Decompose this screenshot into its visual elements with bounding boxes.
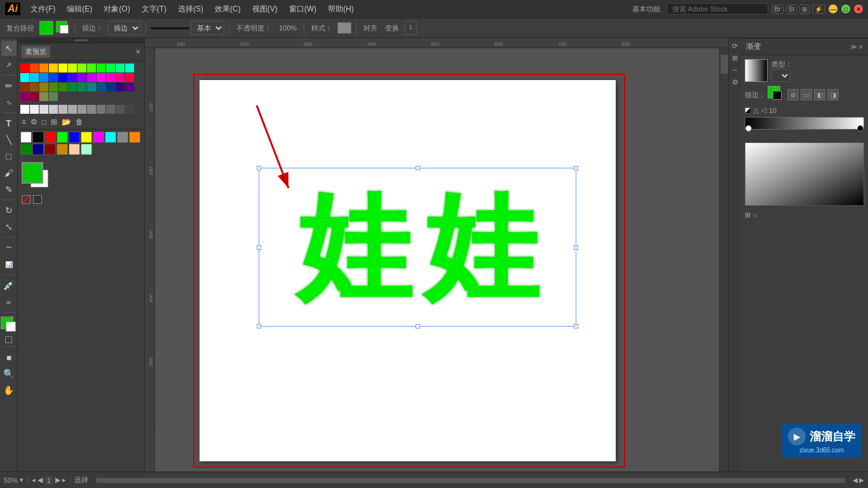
color-swatch[interactable] xyxy=(39,92,48,101)
slider-handle-left[interactable] xyxy=(745,125,752,132)
large-swatch[interactable] xyxy=(57,132,68,143)
color-swatch[interactable] xyxy=(39,83,48,92)
gradient-slider[interactable] xyxy=(745,117,864,130)
swatch-white[interactable] xyxy=(20,105,29,114)
prev-page2[interactable]: ◀ xyxy=(37,476,43,484)
color-swatch[interactable] xyxy=(106,83,115,92)
bridge-icon[interactable]: Br xyxy=(772,4,783,14)
menu-item-视图[interactable]: 视图(V) xyxy=(247,3,283,16)
line-tool[interactable]: ╲ xyxy=(1,132,17,147)
next-page[interactable]: ▶ xyxy=(55,476,60,484)
color-swatch[interactable] xyxy=(58,73,67,82)
color-swatch[interactable] xyxy=(116,83,125,92)
swatch-tool5[interactable]: 📂 xyxy=(60,117,72,127)
menu-item-选择[interactable]: 选择(S) xyxy=(173,3,208,16)
swatch-lightgray3[interactable] xyxy=(49,105,58,114)
color-swatch[interactable] xyxy=(30,83,39,92)
color-swatch[interactable] xyxy=(116,73,125,82)
panel-drag[interactable] xyxy=(18,38,144,43)
none-color[interactable] xyxy=(5,336,12,343)
swatch-darkgray2[interactable] xyxy=(116,105,125,114)
style-preview[interactable] xyxy=(337,22,351,34)
large-swatch[interactable] xyxy=(44,132,56,143)
stroke-type-select[interactable]: 基本 xyxy=(191,21,224,35)
select-tool[interactable]: ↖ xyxy=(1,41,17,56)
swatch-gray3[interactable] xyxy=(78,105,86,114)
menu-item-效果[interactable]: 效果(C) xyxy=(210,3,246,16)
vertical-scrollbar[interactable] xyxy=(719,48,728,471)
swatch-gray1[interactable] xyxy=(58,105,67,114)
swatch-tool1[interactable]: ≡ xyxy=(20,117,27,127)
scrollbar-thumb[interactable] xyxy=(721,55,728,74)
right-tool4[interactable]: ⚙ xyxy=(730,77,740,87)
column-graph-tool[interactable]: 📊 xyxy=(1,257,17,272)
gradient-menu[interactable]: ≡ xyxy=(859,43,863,50)
color-swatch[interactable] xyxy=(30,64,39,72)
color-swatch[interactable] xyxy=(39,64,48,72)
right-tool1[interactable]: ⟳ xyxy=(730,41,740,51)
menu-item-编辑[interactable]: 编辑(E) xyxy=(62,3,97,16)
warp-tool[interactable]: 〜 xyxy=(1,240,17,255)
large-swatch[interactable] xyxy=(57,144,68,155)
color-swatch[interactable] xyxy=(30,92,39,101)
left-arrow[interactable]: ◀ xyxy=(853,477,858,484)
right-tool2[interactable]: ⊞ xyxy=(730,53,740,63)
rect-tool[interactable]: □ xyxy=(1,149,17,164)
large-swatch[interactable] xyxy=(117,132,128,143)
panel-close[interactable]: ✕ xyxy=(135,48,140,55)
blend-tool[interactable]: ∞ xyxy=(1,294,17,309)
gradient-preview[interactable] xyxy=(745,59,768,82)
large-swatch[interactable] xyxy=(81,144,92,155)
color-swatch[interactable] xyxy=(39,73,48,82)
paintbrush-tool[interactable]: 🖌 xyxy=(1,165,17,180)
draw-mode[interactable]: ◼ xyxy=(1,349,17,365)
zoom-control[interactable]: 50% ▾ xyxy=(4,476,24,484)
stroke-btn4[interactable]: ◨ xyxy=(827,89,839,100)
color-swatch[interactable] xyxy=(49,64,58,72)
gradient-type-select[interactable] xyxy=(771,69,790,82)
next-page2[interactable]: ▸ xyxy=(62,476,66,484)
swatch-tool4[interactable]: ⊞ xyxy=(50,117,58,127)
color-swatch[interactable] xyxy=(58,83,67,92)
swatch-tool2[interactable]: ⚙ xyxy=(29,117,39,127)
zoom-tool[interactable]: 🔍 xyxy=(1,366,17,381)
color-swatch[interactable] xyxy=(20,73,29,82)
color-swatch[interactable] xyxy=(125,83,134,92)
search-input[interactable] xyxy=(667,3,768,15)
gradient-swatch-large[interactable] xyxy=(745,142,864,206)
large-swatch[interactable] xyxy=(69,132,80,143)
stroke-btn2[interactable]: ▭ xyxy=(801,89,812,100)
swatch-gray5[interactable] xyxy=(97,105,105,114)
grad-stroke-sq[interactable] xyxy=(773,91,782,100)
right-tool3[interactable]: ↔ xyxy=(730,65,740,75)
grad-icon2[interactable]: ○ xyxy=(753,212,757,219)
color-swatch[interactable] xyxy=(87,83,96,92)
color-swatch[interactable] xyxy=(30,73,39,82)
eyedropper-tool[interactable]: 💉 xyxy=(1,278,17,293)
sync-icon[interactable]: ⚡ xyxy=(812,4,825,14)
color-swatch[interactable] xyxy=(116,64,125,72)
large-swatch[interactable] xyxy=(20,132,32,143)
maximize-button[interactable]: □ xyxy=(841,4,850,13)
color-swatch[interactable] xyxy=(78,83,86,92)
swatch-darkgray3[interactable] xyxy=(125,105,134,114)
scale-tool[interactable]: ⤡ xyxy=(1,219,17,234)
page-input[interactable]: 1 xyxy=(44,476,53,485)
color-swatch[interactable] xyxy=(125,64,134,72)
color-swatch[interactable] xyxy=(87,64,96,72)
minimize-button[interactable]: — xyxy=(829,4,837,13)
swatch-darkgray1[interactable] xyxy=(106,105,115,114)
stock-icon[interactable]: St xyxy=(786,4,797,14)
color-swatch[interactable] xyxy=(49,73,58,82)
grad-icon1[interactable]: ⊞ xyxy=(745,211,750,219)
swatch-gray4[interactable] xyxy=(87,105,96,114)
stroke-bg[interactable] xyxy=(60,25,69,34)
menu-item-文字[interactable]: 文字(T) xyxy=(137,3,172,16)
menu-item-窗口[interactable]: 窗口(W) xyxy=(284,3,322,16)
large-swatch[interactable] xyxy=(129,132,140,143)
color-swatch[interactable] xyxy=(20,92,29,101)
color-swatch[interactable] xyxy=(68,83,77,92)
hand-tool[interactable]: ✋ xyxy=(1,383,17,398)
large-swatch[interactable] xyxy=(93,132,104,143)
color-swatch[interactable] xyxy=(106,64,115,72)
